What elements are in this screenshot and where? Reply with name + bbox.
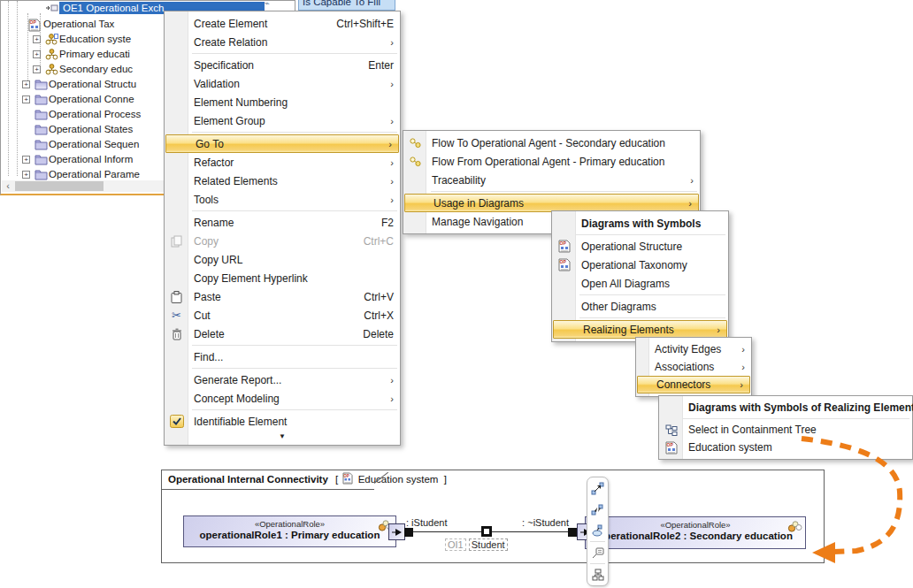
paste-icon — [165, 291, 188, 303]
menu-item-label: Related Elements — [188, 175, 385, 187]
operational-role-1-box[interactable]: «OperationalRole» operationalRole1 : Pri… — [183, 515, 396, 547]
realized-exchange-icon[interactable] — [587, 520, 608, 541]
menu-item-label: Flow To Operational Agent - Secondary ed… — [426, 137, 694, 149]
expand-plus-icon[interactable]: + — [22, 80, 30, 88]
menu-item-flow-from-operational-agent[interactable]: Flow From Operational Agent - Primary ed… — [403, 152, 700, 171]
role-name-label: operationalRole2 : Secondary education — [586, 531, 805, 541]
menu-item-validation[interactable]: Validation › — [165, 74, 400, 93]
submenu-arrow-icon: › — [685, 175, 694, 186]
menu-item-label: Realizing Elements — [578, 324, 711, 336]
menu-item-usage-in-diagrams[interactable]: Usage in Diagrams › — [404, 194, 699, 212]
create-exchange-icon[interactable] — [587, 499, 608, 520]
menu-item-tools[interactable]: Tools › — [165, 190, 400, 209]
tree-item-label: Operational Parame — [49, 169, 140, 179]
package-folder-icon — [35, 154, 49, 166]
expand-plus-icon[interactable]: + — [33, 50, 41, 58]
expand-plus-icon[interactable]: + — [22, 95, 30, 103]
cut-scissors-icon: ✂ — [165, 309, 188, 322]
menu-item-open-all-diagrams[interactable]: Open All Diagrams — [552, 274, 728, 293]
exchange-label[interactable]: OI1 Student — [445, 538, 508, 551]
menu-item-rename[interactable]: Rename F2 — [165, 213, 400, 232]
menu-item-copy[interactable]: Copy Ctrl+C — [165, 232, 400, 250]
menu-item-connectors[interactable]: Connectors › — [637, 376, 750, 393]
diagram-frame[interactable]: Operational Internal Connectivity [ OP E… — [161, 470, 825, 563]
svg-text:OP: OP — [30, 19, 37, 25]
scrollbar-thumb[interactable] — [15, 181, 104, 191]
menu-scroll-down-icon[interactable]: ▼ — [165, 431, 400, 442]
menu-item-concept-modeling[interactable]: Concept Modeling › — [165, 389, 400, 408]
tree-item-label: Operational Inform — [49, 154, 133, 164]
menu-item-realizing-elements[interactable]: Realizing Elements › — [553, 320, 727, 339]
menu-item-paste[interactable]: Paste Ctrl+V — [165, 287, 400, 306]
tree-item-label: Education syste — [59, 34, 131, 44]
menu-item-operational-structure[interactable]: OP Operational Structure — [552, 237, 728, 256]
expand-plus-icon[interactable]: + — [33, 35, 41, 43]
menu-item-shortcut: Ctrl+Shift+E — [315, 18, 394, 30]
package-folder-icon — [35, 169, 49, 181]
structure-tree-icon[interactable] — [587, 564, 608, 585]
operational-role-2-box[interactable]: «OperationalRole» operationalRole2 : Sec… — [585, 516, 806, 549]
menu-item-shortcut: Ctrl+X — [342, 309, 394, 322]
menu-item-specification[interactable]: Specification Enter — [165, 56, 400, 74]
menu-item-traceability[interactable]: Traceability › — [403, 171, 700, 189]
exchange-node-square[interactable] — [481, 526, 492, 537]
menu-item-label: Paste — [188, 291, 342, 303]
menu-item-label: Copy Element Hyperlink — [188, 272, 394, 285]
clipped-element-icon: ⌁ — [265, 0, 276, 9]
tree-item-label: Operational Structu — [49, 79, 136, 89]
menu-item-label: Rename — [188, 217, 360, 229]
menu-item-label: Traceability — [426, 174, 685, 187]
port-istudent[interactable] — [388, 523, 405, 540]
menu-item-label: Generate Report... — [188, 374, 385, 386]
tree-item-label: Primary educati — [59, 49, 130, 59]
diagram-icon: OP — [342, 472, 353, 491]
menu-item-go-to[interactable]: Go To › — [165, 134, 399, 153]
menu-item-shortcut: Enter — [347, 59, 394, 72]
frame-diagram-name[interactable]: Education system — [358, 474, 439, 485]
submenu-arrow-icon: › — [385, 393, 394, 404]
submenu-arrow-icon: › — [385, 195, 394, 205]
menu-item-label: Delete — [188, 328, 341, 340]
menu-item-refactor[interactable]: Refactor › — [165, 153, 400, 172]
expand-plus-icon[interactable]: + — [22, 156, 30, 164]
scroll-left-arrow-icon[interactable]: ‹ — [2, 180, 14, 192]
menu-item-label: Operational Taxonomy — [576, 259, 722, 271]
menu-item-delete[interactable]: Delete Delete — [165, 325, 400, 343]
menu-item-element-group[interactable]: Element Group › — [165, 111, 400, 130]
menu-item-find[interactable]: Find... — [165, 347, 400, 366]
menu-item-identifiable-element[interactable]: Identifiable Element — [165, 412, 400, 431]
menu-item-create-relation[interactable]: Create Relation › — [165, 33, 400, 51]
menu-separator — [555, 234, 725, 235]
menu-item-label: Create Relation — [188, 36, 385, 49]
menu-item-label: Activity Edges — [649, 343, 736, 355]
menu-item-cut[interactable]: ✂ Cut Ctrl+X — [165, 306, 400, 325]
menu-item-flow-to-operational-agent[interactable]: Flow To Operational Agent - Secondary ed… — [403, 134, 700, 152]
menu-item-related-elements[interactable]: Related Elements › — [165, 172, 400, 190]
expand-plus-icon[interactable]: + — [22, 171, 30, 179]
containment-tree-icon — [659, 424, 683, 436]
menu-item-generate-report[interactable]: Generate Report... › — [165, 370, 400, 389]
menu-item-copy-element-hyperlink[interactable]: Copy Element Hyperlink — [165, 269, 400, 287]
menu-item-operational-taxonomy[interactable]: OP Operational Taxonomy — [552, 256, 728, 274]
tree-item-label: Operational Sequen — [49, 139, 139, 149]
menu-item-other-diagrams[interactable]: Other Diagrams — [552, 297, 728, 316]
submenu-arrow-icon: › — [711, 325, 720, 335]
connector-end-square — [568, 528, 577, 537]
create-connector-icon[interactable] — [587, 477, 608, 499]
diagram-icon: OP — [552, 258, 576, 271]
orgchart-icon — [45, 49, 59, 61]
menu-item-associations[interactable]: Associations › — [636, 358, 751, 376]
port-arrow-icon — [392, 529, 403, 536]
comment-note-icon[interactable] — [587, 542, 608, 563]
menu-item-label: Cut — [188, 309, 342, 322]
menu-item-create-element[interactable]: Create Element Ctrl+Shift+E — [165, 14, 400, 33]
menu-item-element-numbering[interactable]: Element Numbering — [165, 93, 400, 111]
connector-right-end-label[interactable]: : ~iStudent — [519, 517, 569, 528]
exchange-id: OI1 — [445, 538, 466, 551]
menu-item-copy-url[interactable]: Copy URL — [165, 250, 400, 269]
expand-plus-icon[interactable]: + — [33, 65, 41, 73]
connector-left-end-label[interactable]: : iStudent — [406, 517, 447, 528]
menu-item-activity-edges[interactable]: Activity Edges › — [636, 340, 751, 358]
smart-manipulator-toolbar — [587, 477, 609, 586]
menu-item-label: Copy — [188, 235, 342, 248]
